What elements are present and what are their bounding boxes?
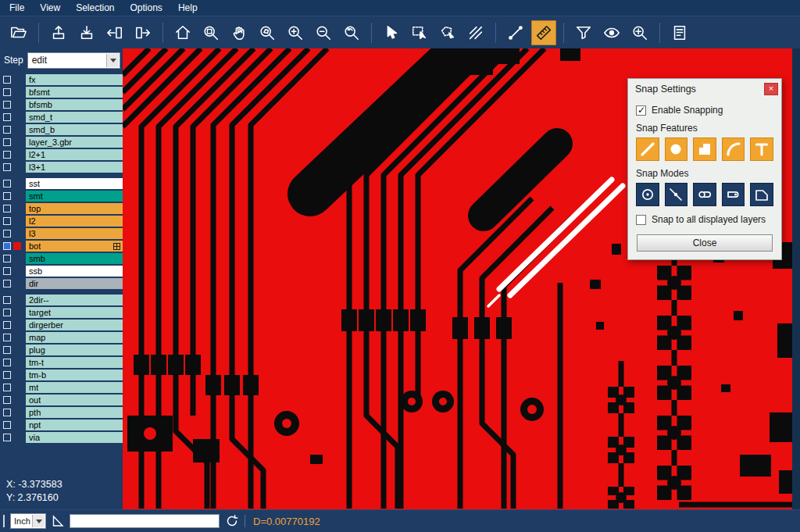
command-input[interactable] (70, 514, 220, 528)
snap-mode-point-on-line-button[interactable] (665, 183, 688, 206)
menu-view[interactable]: View (32, 1, 68, 15)
layer-row-mt[interactable]: mt (0, 381, 123, 394)
layer-row-npt[interactable]: npt (0, 419, 123, 431)
snap-close-button[interactable]: Close (637, 234, 773, 252)
layer-row-dirgerber[interactable]: dirgerber (0, 319, 123, 331)
layer-visibility-checkbox[interactable] (3, 113, 11, 121)
snap-mode-keyhole-button[interactable] (722, 183, 745, 206)
layer-row-sst[interactable]: sst (0, 177, 123, 190)
net-search-button[interactable] (627, 20, 652, 45)
layer-row-l3[interactable]: l3 (0, 227, 123, 240)
layer-row-pth[interactable]: pth (0, 406, 123, 419)
layer-row-dir[interactable]: dir (0, 277, 123, 290)
layer-name[interactable]: l3 (26, 228, 123, 239)
snap-ruler-button[interactable] (531, 20, 556, 45)
layer-name[interactable]: bfsmt (26, 87, 123, 98)
snap-mode-slot-button[interactable] (693, 183, 716, 206)
layer-visibility-checkbox[interactable] (3, 409, 11, 416)
layer-row-fx[interactable]: fx (0, 73, 123, 86)
unit-select[interactable]: Inch (10, 513, 46, 529)
layer-row-l2+1[interactable]: l2+1 (0, 148, 123, 161)
layer-visibility-checkbox[interactable] (3, 217, 11, 225)
layer-visibility-checkbox[interactable] (3, 396, 11, 404)
layer-name[interactable]: via (26, 432, 123, 443)
layer-name[interactable]: 2dir-- (26, 295, 123, 305)
layer-row-bot[interactable]: bot (0, 240, 123, 252)
layer-name[interactable]: layer_3.gbr (26, 137, 123, 148)
layer-visibility-checkbox[interactable] (3, 163, 11, 171)
snap-feature-line-button[interactable] (636, 137, 659, 161)
layer-row-tm-t[interactable]: tm-t (0, 356, 123, 369)
step-select[interactable]: edit (27, 52, 120, 69)
menu-file[interactable]: File (2, 1, 32, 15)
export-up-button[interactable] (46, 20, 71, 45)
unit-select-arrow-button[interactable] (32, 515, 45, 527)
layer-row-smt[interactable]: smt (0, 190, 123, 202)
snap-feature-pad-button[interactable] (665, 137, 688, 161)
export-right-button[interactable] (130, 20, 155, 45)
layer-name[interactable]: target (26, 307, 123, 318)
layer-name[interactable]: tm-t (26, 357, 123, 368)
layer-visibility-checkbox[interactable] (3, 230, 11, 237)
layer-name[interactable]: smd_b (26, 124, 123, 135)
visibility-eye-button[interactable] (599, 20, 624, 45)
zoom-window-button[interactable] (198, 20, 223, 45)
layer-name[interactable]: pth (26, 407, 123, 418)
layer-visibility-checkbox[interactable] (3, 434, 11, 441)
menu-help[interactable]: Help (170, 1, 205, 15)
layer-visibility-checkbox[interactable] (3, 371, 11, 379)
layer-visibility-checkbox[interactable] (3, 242, 11, 250)
menu-selection[interactable]: Selection (68, 1, 122, 15)
angle-icon[interactable] (52, 515, 64, 527)
layer-visibility-checkbox[interactable] (3, 76, 11, 84)
layer-visibility-checkbox[interactable] (3, 296, 11, 304)
layer-visibility-checkbox[interactable] (3, 88, 11, 96)
layer-visibility-checkbox[interactable] (3, 267, 11, 275)
pcb-canvas[interactable]: Snap Settings × Enable Snapping Snap Fea… (123, 48, 792, 509)
snap-feature-text-button[interactable] (750, 137, 773, 161)
snap-all-layers-checkbox[interactable] (636, 215, 646, 225)
layer-visibility-checkbox[interactable] (3, 101, 11, 109)
layer-visibility-checkbox[interactable] (3, 205, 11, 212)
layer-row-out[interactable]: out (0, 394, 123, 406)
layer-row-via[interactable]: via (0, 431, 123, 444)
layer-name[interactable]: smt (26, 191, 123, 202)
menu-options[interactable]: Options (123, 1, 170, 15)
layer-row-l2[interactable]: l2 (0, 215, 123, 227)
measure-line-button[interactable] (503, 20, 528, 45)
open-folder-button[interactable] (6, 20, 31, 45)
layer-name[interactable]: l2 (26, 216, 123, 227)
layer-row-plug[interactable]: plug (0, 344, 123, 356)
import-left-button[interactable] (102, 20, 127, 45)
layer-name[interactable]: dir (26, 278, 123, 289)
report-list-button[interactable] (667, 20, 692, 45)
layer-name[interactable]: top (26, 203, 123, 214)
layer-visibility-checkbox[interactable] (3, 138, 11, 146)
layer-name[interactable]: out (26, 395, 123, 405)
layer-name[interactable]: l3+1 (26, 162, 123, 173)
snap-dialog-titlebar[interactable]: Snap Settings × (628, 79, 781, 98)
layer-row-bfsmb[interactable]: bfsmb (0, 98, 123, 111)
layer-row-l3+1[interactable]: l3+1 (0, 161, 123, 173)
layer-row-map[interactable]: map (0, 331, 123, 344)
layer-name[interactable]: plug (26, 345, 123, 355)
zoom-out-button[interactable] (311, 20, 336, 45)
layer-visibility-checkbox[interactable] (3, 255, 11, 262)
layer-name[interactable]: ssb (26, 266, 123, 277)
snap-mode-outline-button[interactable] (750, 183, 773, 206)
snap-mode-center-button[interactable] (636, 183, 659, 206)
layer-row-smd_t[interactable]: smd_t (0, 111, 123, 123)
select-polygon-button[interactable] (435, 20, 460, 45)
zoom-polygon-button[interactable] (255, 20, 280, 45)
layer-visibility-checkbox[interactable] (3, 421, 11, 429)
layer-visibility-checkbox[interactable] (3, 151, 11, 159)
layer-name[interactable]: bfsmb (26, 99, 123, 110)
layer-row-ssb[interactable]: ssb (0, 265, 123, 277)
layer-name[interactable]: l2+1 (26, 149, 123, 160)
layer-row-layer_3.gbr[interactable]: layer_3.gbr (0, 136, 123, 148)
layer-row-smb[interactable]: smb (0, 252, 123, 265)
refresh-icon[interactable] (225, 514, 239, 528)
layer-row-bfsmt[interactable]: bfsmt (0, 86, 123, 98)
select-rectangle-button[interactable] (407, 20, 432, 45)
step-select-arrow-button[interactable] (106, 54, 119, 67)
